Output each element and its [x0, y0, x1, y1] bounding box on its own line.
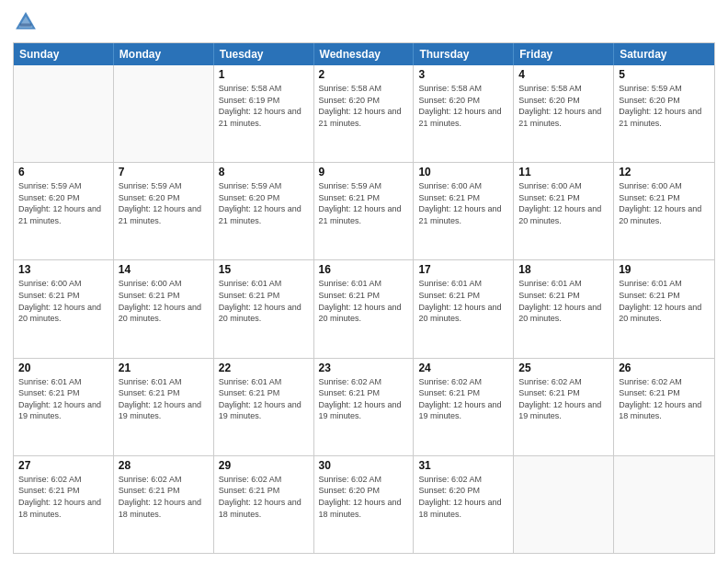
day-info: Sunrise: 6:01 AM Sunset: 6:21 PM Dayligh…: [418, 278, 508, 324]
day-number: 12: [619, 166, 710, 178]
day-info: Sunrise: 6:02 AM Sunset: 6:21 PM Dayligh…: [119, 474, 209, 520]
calendar-cell: 17Sunrise: 6:01 AM Sunset: 6:21 PM Dayli…: [414, 260, 514, 357]
day-info: Sunrise: 6:02 AM Sunset: 6:21 PM Dayligh…: [219, 474, 309, 520]
day-info: Sunrise: 6:02 AM Sunset: 6:21 PM Dayligh…: [18, 474, 108, 520]
page-header: [13, 9, 715, 35]
day-number: 13: [18, 263, 108, 276]
calendar-page: SundayMondayTuesdayWednesdayThursdayFrid…: [0, 0, 728, 563]
calendar-cell: 14Sunrise: 6:00 AM Sunset: 6:21 PM Dayli…: [114, 260, 214, 357]
calendar-cell: 19Sunrise: 6:01 AM Sunset: 6:21 PM Dayli…: [614, 260, 714, 357]
calendar-cell: 16Sunrise: 6:01 AM Sunset: 6:21 PM Dayli…: [314, 260, 415, 357]
day-number: 2: [319, 68, 409, 81]
day-number: 18: [518, 263, 609, 276]
day-number: 14: [119, 263, 209, 276]
day-info: Sunrise: 6:00 AM Sunset: 6:21 PM Dayligh…: [418, 180, 508, 226]
calendar-cell: 23Sunrise: 6:02 AM Sunset: 6:21 PM Dayli…: [314, 359, 415, 455]
day-number: 17: [418, 263, 508, 276]
day-info: Sunrise: 6:01 AM Sunset: 6:21 PM Dayligh…: [219, 376, 309, 422]
calendar-cell: 20Sunrise: 6:01 AM Sunset: 6:21 PM Dayli…: [14, 359, 114, 455]
calendar-cell: [14, 65, 114, 162]
calendar-cell: 3Sunrise: 5:58 AM Sunset: 6:20 PM Daylig…: [414, 65, 514, 162]
header-day: Wednesday: [314, 43, 415, 65]
calendar-cell: 24Sunrise: 6:02 AM Sunset: 6:21 PM Dayli…: [414, 359, 514, 455]
day-number: 8: [219, 166, 309, 178]
header-day: Friday: [514, 43, 614, 65]
day-info: Sunrise: 6:00 AM Sunset: 6:21 PM Dayligh…: [518, 180, 609, 226]
day-info: Sunrise: 5:59 AM Sunset: 6:20 PM Dayligh…: [619, 83, 710, 129]
day-info: Sunrise: 6:01 AM Sunset: 6:21 PM Dayligh…: [619, 278, 710, 324]
calendar-cell: 22Sunrise: 6:01 AM Sunset: 6:21 PM Dayli…: [214, 359, 314, 455]
day-number: 19: [619, 263, 710, 276]
day-number: 30: [319, 459, 409, 472]
day-info: Sunrise: 6:00 AM Sunset: 6:21 PM Dayligh…: [619, 180, 710, 226]
day-number: 21: [119, 362, 209, 374]
calendar-row: 27Sunrise: 6:02 AM Sunset: 6:21 PM Dayli…: [14, 455, 714, 553]
day-number: 9: [319, 166, 409, 178]
calendar-cell: [514, 456, 614, 553]
day-info: Sunrise: 6:02 AM Sunset: 6:21 PM Dayligh…: [418, 376, 508, 422]
day-number: 24: [418, 362, 508, 374]
calendar-cell: 31Sunrise: 6:02 AM Sunset: 6:20 PM Dayli…: [414, 456, 514, 553]
calendar-cell: 15Sunrise: 6:01 AM Sunset: 6:21 PM Dayli…: [214, 260, 314, 357]
calendar-cell: [614, 456, 714, 553]
day-number: 15: [219, 263, 309, 276]
calendar-cell: 12Sunrise: 6:00 AM Sunset: 6:21 PM Dayli…: [614, 163, 714, 259]
day-info: Sunrise: 6:02 AM Sunset: 6:21 PM Dayligh…: [619, 376, 710, 422]
calendar-cell: 29Sunrise: 6:02 AM Sunset: 6:21 PM Dayli…: [214, 456, 314, 553]
calendar-cell: 7Sunrise: 5:59 AM Sunset: 6:20 PM Daylig…: [114, 163, 214, 259]
day-info: Sunrise: 6:02 AM Sunset: 6:21 PM Dayligh…: [319, 376, 409, 422]
day-info: Sunrise: 6:01 AM Sunset: 6:21 PM Dayligh…: [119, 376, 209, 422]
day-number: 6: [18, 166, 108, 178]
day-info: Sunrise: 6:00 AM Sunset: 6:21 PM Dayligh…: [119, 278, 209, 324]
calendar-cell: 18Sunrise: 6:01 AM Sunset: 6:21 PM Dayli…: [514, 260, 614, 357]
header-day: Sunday: [14, 43, 114, 65]
day-number: 7: [119, 166, 209, 178]
day-number: 5: [619, 68, 710, 81]
day-number: 29: [219, 459, 309, 472]
calendar-row: 20Sunrise: 6:01 AM Sunset: 6:21 PM Dayli…: [14, 358, 714, 455]
calendar-body: 1Sunrise: 5:58 AM Sunset: 6:19 PM Daylig…: [14, 65, 714, 553]
calendar-cell: 5Sunrise: 5:59 AM Sunset: 6:20 PM Daylig…: [614, 65, 714, 162]
header-day: Monday: [114, 43, 214, 65]
calendar-cell: 9Sunrise: 5:59 AM Sunset: 6:21 PM Daylig…: [314, 163, 415, 259]
day-info: Sunrise: 5:59 AM Sunset: 6:20 PM Dayligh…: [119, 180, 209, 226]
day-number: 25: [518, 362, 609, 374]
calendar-cell: 27Sunrise: 6:02 AM Sunset: 6:21 PM Dayli…: [14, 456, 114, 553]
day-info: Sunrise: 5:58 AM Sunset: 6:20 PM Dayligh…: [319, 83, 409, 129]
svg-rect-2: [20, 24, 31, 27]
day-number: 20: [18, 362, 108, 374]
day-number: 26: [619, 362, 710, 374]
calendar-cell: 11Sunrise: 6:00 AM Sunset: 6:21 PM Dayli…: [514, 163, 614, 259]
day-number: 22: [219, 362, 309, 374]
day-info: Sunrise: 6:00 AM Sunset: 6:21 PM Dayligh…: [18, 278, 108, 324]
calendar-row: 1Sunrise: 5:58 AM Sunset: 6:19 PM Daylig…: [14, 65, 714, 162]
day-number: 16: [319, 263, 409, 276]
calendar-cell: 4Sunrise: 5:58 AM Sunset: 6:20 PM Daylig…: [514, 65, 614, 162]
logo-icon: [13, 9, 39, 35]
day-info: Sunrise: 6:02 AM Sunset: 6:21 PM Dayligh…: [518, 376, 609, 422]
day-number: 1: [219, 68, 309, 81]
calendar-cell: [114, 65, 214, 162]
calendar-cell: 30Sunrise: 6:02 AM Sunset: 6:20 PM Dayli…: [314, 456, 415, 553]
day-number: 23: [319, 362, 409, 374]
calendar-cell: 13Sunrise: 6:00 AM Sunset: 6:21 PM Dayli…: [14, 260, 114, 357]
calendar-cell: 6Sunrise: 5:59 AM Sunset: 6:20 PM Daylig…: [14, 163, 114, 259]
day-info: Sunrise: 5:59 AM Sunset: 6:21 PM Dayligh…: [319, 180, 409, 226]
day-number: 10: [418, 166, 508, 178]
day-info: Sunrise: 6:01 AM Sunset: 6:21 PM Dayligh…: [18, 376, 108, 422]
logo: [13, 9, 42, 35]
header-day: Saturday: [614, 43, 714, 65]
calendar-cell: 10Sunrise: 6:00 AM Sunset: 6:21 PM Dayli…: [414, 163, 514, 259]
day-info: Sunrise: 6:02 AM Sunset: 6:20 PM Dayligh…: [418, 474, 508, 520]
day-info: Sunrise: 5:58 AM Sunset: 6:20 PM Dayligh…: [518, 83, 609, 129]
day-number: 28: [119, 459, 209, 472]
calendar-cell: 21Sunrise: 6:01 AM Sunset: 6:21 PM Dayli…: [114, 359, 214, 455]
calendar-header: SundayMondayTuesdayWednesdayThursdayFrid…: [14, 43, 714, 65]
calendar-cell: 28Sunrise: 6:02 AM Sunset: 6:21 PM Dayli…: [114, 456, 214, 553]
day-info: Sunrise: 6:01 AM Sunset: 6:21 PM Dayligh…: [518, 278, 609, 324]
calendar: SundayMondayTuesdayWednesdayThursdayFrid…: [13, 42, 715, 554]
header-day: Thursday: [414, 43, 514, 65]
day-number: 31: [418, 459, 508, 472]
day-info: Sunrise: 6:01 AM Sunset: 6:21 PM Dayligh…: [319, 278, 409, 324]
day-number: 4: [518, 68, 609, 81]
